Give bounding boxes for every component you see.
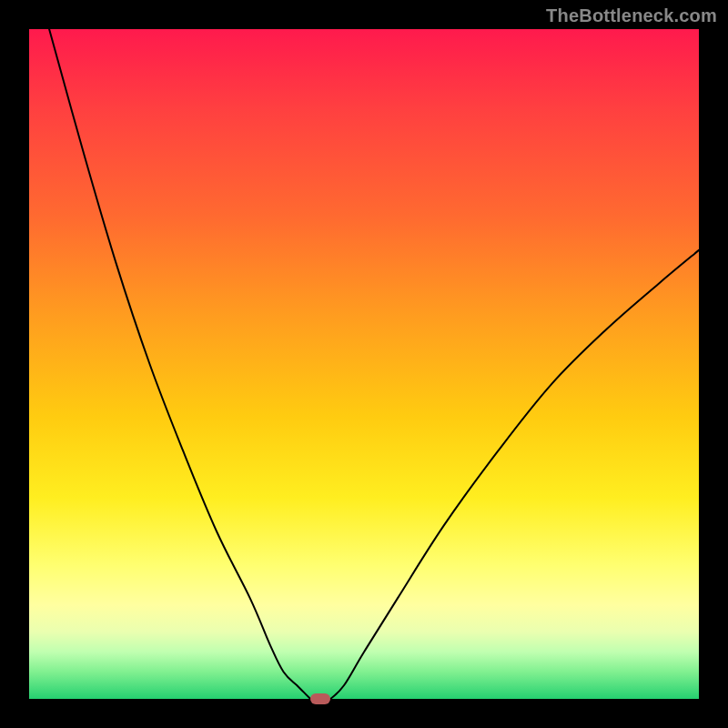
plot-area: [29, 29, 699, 699]
watermark-text: TheBottleneck.com: [546, 5, 717, 26]
curve-right-arm: [330, 250, 699, 699]
minimum-marker: [310, 693, 330, 704]
curve-left-arm: [49, 29, 310, 699]
bottleneck-curve: [29, 29, 699, 699]
chart-frame: TheBottleneck.com: [0, 0, 728, 728]
